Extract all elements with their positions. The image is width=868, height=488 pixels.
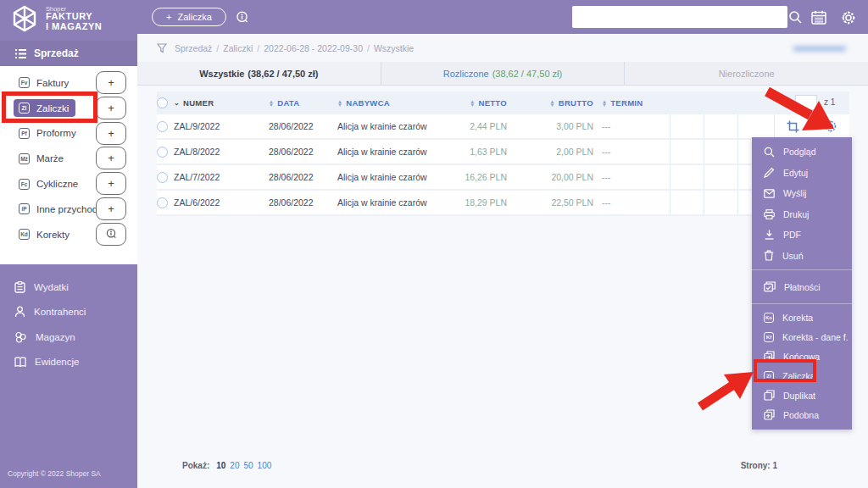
menu-item-drukuj[interactable]: Drukuj — [752, 204, 852, 225]
table-row[interactable]: ZAL/6/2022 28/06/2022 Alicja w krainie c… — [157, 191, 849, 216]
menu-item-pdf[interactable]: PDF — [752, 225, 852, 246]
menu-item-wyslij[interactable]: Wyślij — [752, 183, 852, 204]
sidebar-item-cykliczne[interactable]: Fc Cykliczne + — [0, 171, 137, 197]
menu-item-duplikat[interactable]: Duplikat — [752, 385, 852, 405]
row-checkbox[interactable] — [157, 197, 168, 208]
search-input[interactable] — [572, 6, 787, 28]
sort-icon: ▲▼ — [550, 100, 555, 107]
wydatki-icon — [14, 281, 25, 293]
menu-item-podglad[interactable]: Podgląd — [752, 141, 852, 163]
column-header-nabywca[interactable]: ▲▼NABYWCA — [337, 92, 465, 114]
add-marza-button[interactable]: + — [96, 147, 126, 169]
cell-netto: 2,44 PLN — [465, 114, 507, 138]
add-inny-przychod-button[interactable]: + — [96, 197, 126, 220]
add-proforma-button[interactable]: + — [96, 122, 126, 145]
page-size-20[interactable]: 20 — [230, 461, 239, 470]
row-checkbox[interactable] — [157, 121, 168, 132]
tab-nierozliczone[interactable]: Nierozliczone — [625, 62, 868, 85]
sidebar-item-kontrahenci[interactable]: Kontrahenci — [0, 300, 137, 325]
copyright: Copyright © 2022 Shoper SA — [8, 469, 101, 478]
sidebar-item-marze[interactable]: Mż Marże + — [0, 146, 137, 171]
app-logo[interactable]: Shoper FAKTURY I MAGAZYN — [0, 0, 137, 37]
sidebar-lower-nav: Wydatki Kontrahenci Magazyn Ewidencje — [0, 264, 137, 488]
sidebar-item-ewidencje[interactable]: Ewidencje — [0, 350, 137, 375]
column-header-data[interactable]: ▲▼DATA — [269, 92, 337, 114]
page-size-100[interactable]: 100 — [258, 461, 272, 470]
page-size-10[interactable]: 10 — [216, 461, 225, 470]
tab-wszystkie[interactable]: Wszystkie (38,62 / 47,50 zł) — [137, 62, 381, 85]
menu-item-podobna[interactable]: Podobna — [752, 405, 852, 424]
crumb-date-range[interactable]: 2022-06-28 - 2022-09-30 — [264, 43, 363, 53]
sidebar-item-magazyn[interactable]: Magazyn — [0, 324, 137, 350]
table-row[interactable]: ZAL/7/2022 28/06/2022 Alicja w krainie c… — [157, 165, 849, 191]
table-row[interactable]: ZAL/9/2022 28/06/2022 Alicja w krainie c… — [157, 114, 849, 140]
add-faktura-button[interactable]: + — [96, 71, 126, 94]
sidebar-item-proformy[interactable]: Pf Proformy + — [0, 121, 137, 147]
list-icon — [15, 49, 26, 58]
column-header-netto[interactable]: ▲▼NETTO — [465, 92, 507, 114]
annotation-arrow-to-zaliczka — [700, 372, 754, 407]
sort-icon: ▲▼ — [337, 100, 342, 107]
korekty-icon: Kd — [19, 229, 30, 240]
ewidencje-icon — [14, 357, 26, 368]
breadcrumb: Sprzedaż / Zaliczki / 2022-06-28 - 2022-… — [137, 34, 868, 62]
topbar: + Zaliczka — [137, 0, 868, 34]
cell-brutto: 2,00 PLN — [507, 140, 593, 164]
crumb-sprzedaz[interactable]: Sprzedaż — [175, 43, 212, 53]
sidebar: Shoper FAKTURY I MAGAZYN Sprzedaż Fv Fak… — [0, 0, 137, 488]
crumb-zaliczki[interactable]: Zaliczki — [223, 43, 253, 53]
select-all-checkbox[interactable] — [157, 97, 168, 108]
cell-netto: 16,26 PLN — [465, 165, 507, 189]
pagination-footer: Pokaż: 10 20 50 100 Strony: 1 — [157, 461, 849, 470]
cell-termin: --- — [593, 114, 670, 138]
search-icon[interactable] — [788, 10, 803, 25]
tab-rozliczone[interactable]: Rozliczone (38,62 / 47,50 zł) — [381, 62, 626, 85]
row-checkbox[interactable] — [157, 147, 168, 158]
cell-nabywca: Alicja w krainie czarów — [337, 140, 465, 164]
sidebar-item-wydatki[interactable]: Wydatki — [0, 274, 137, 300]
column-header-brutto[interactable]: ▲▼BRUTTO — [507, 92, 593, 114]
filter-funnel-icon[interactable] — [157, 43, 167, 53]
row-checkbox[interactable] — [157, 172, 168, 183]
calendar-icon[interactable] — [811, 10, 826, 25]
cell-termin: --- — [593, 191, 670, 214]
cell-numer: ZAL/8/2022 — [174, 140, 269, 164]
cell-numer: ZAL/6/2022 — [174, 191, 269, 214]
similar-icon — [764, 409, 775, 420]
settings-gear-icon[interactable] — [841, 10, 856, 25]
row-actions-context-menu: Podgląd Edytuj Wyślij Drukuj PDF Usuń Pł… — [752, 137, 852, 430]
help-icon[interactable] — [235, 10, 249, 25]
status-tabs: Wszystkie (38,62 / 47,50 zł) Rozliczone … — [137, 62, 868, 86]
page-size-50[interactable]: 50 — [243, 461, 253, 470]
sort-desc-icon: ⌄ — [174, 99, 180, 107]
cell-termin: --- — [593, 165, 670, 189]
cell-data: 28/06/2022 — [269, 165, 337, 189]
menu-item-edytuj[interactable]: Edytuj — [752, 163, 852, 184]
sidebar-item-inne-przychody[interactable]: iP Inne przychody + — [0, 197, 137, 222]
korekty-info-button[interactable] — [96, 223, 126, 246]
column-header-numer[interactable]: ⌄NUMER — [174, 92, 269, 114]
menu-item-korekta-dane[interactable]: Kf Korekta - dane f. — [752, 327, 852, 347]
menu-item-platnosci[interactable]: Płatności — [752, 274, 852, 300]
cell-data: 28/06/2022 — [269, 191, 337, 214]
column-header-termin[interactable]: ▲▼TERMIN — [593, 92, 670, 114]
sort-icon: ▲▼ — [602, 100, 607, 107]
add-zaliczka-button[interactable]: + — [96, 97, 126, 119]
pages-label: Strony: 1 — [741, 461, 777, 470]
sidebar-item-korekty[interactable]: Kd Korekty — [0, 222, 137, 247]
page-number-input[interactable] — [795, 95, 817, 110]
add-cykliczna-button[interactable]: + — [96, 172, 126, 195]
sidebar-section-sprzedaz[interactable]: Sprzedaż — [0, 41, 137, 66]
new-zaliczka-button[interactable]: + Zaliczka — [152, 8, 226, 26]
menu-item-usun[interactable]: Usuń — [752, 246, 852, 267]
crumb-wszystkie[interactable]: Wszystkie — [374, 43, 414, 53]
row-actions-gear-icon[interactable] — [824, 119, 837, 133]
trash-icon — [764, 250, 774, 261]
sort-icon: ▲▼ — [470, 100, 475, 107]
cell-numer: ZAL/9/2022 — [174, 114, 269, 138]
sidebar-section-label: Sprzedaż — [34, 47, 79, 59]
columns-crop-icon[interactable] — [787, 120, 799, 133]
user-email-blurred[interactable] — [793, 42, 851, 51]
menu-item-korekta[interactable]: Ko Korekta — [752, 308, 852, 327]
table-row[interactable]: ZAL/8/2022 28/06/2022 Alicja w krainie c… — [157, 140, 849, 165]
